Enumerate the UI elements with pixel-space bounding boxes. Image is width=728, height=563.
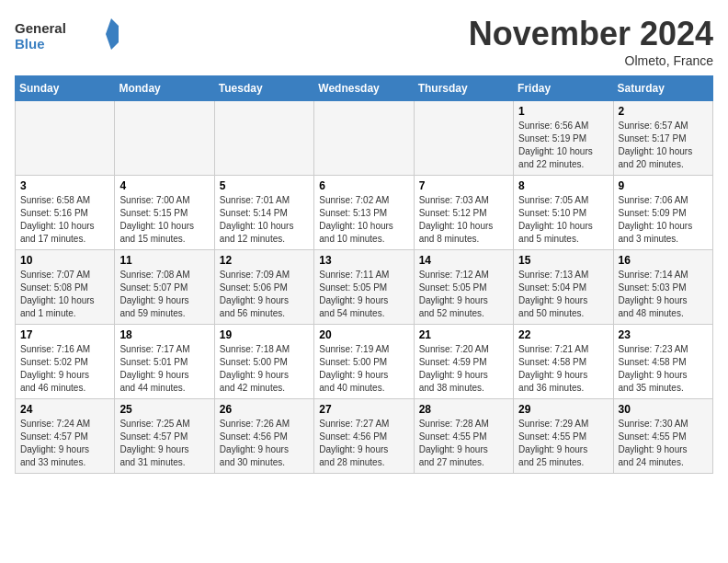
svg-text:General: General: [15, 20, 66, 36]
day-info: Sunrise: 7:28 AM Sunset: 4:55 PM Dayligh…: [419, 418, 508, 469]
day-info: Sunrise: 7:20 AM Sunset: 4:59 PM Dayligh…: [419, 343, 508, 395]
day-cell: 9Sunrise: 7:06 AM Sunset: 5:09 PM Daylig…: [613, 176, 712, 250]
day-info: Sunrise: 7:30 AM Sunset: 4:55 PM Dayligh…: [619, 418, 708, 469]
day-number: 15: [518, 254, 608, 267]
day-cell: 16Sunrise: 7:14 AM Sunset: 5:03 PM Dayli…: [613, 250, 712, 325]
day-number: 18: [119, 328, 209, 341]
day-cell: 28Sunrise: 7:28 AM Sunset: 4:55 PM Dayli…: [414, 399, 513, 474]
day-number: 16: [619, 254, 708, 267]
day-info: Sunrise: 7:16 AM Sunset: 5:02 PM Dayligh…: [20, 343, 109, 395]
day-info: Sunrise: 7:26 AM Sunset: 4:56 PM Dayligh…: [220, 418, 309, 469]
day-cell: 15Sunrise: 7:13 AM Sunset: 5:04 PM Dayli…: [514, 250, 613, 325]
location: Olmeto, France: [469, 53, 713, 68]
day-cell: 21Sunrise: 7:20 AM Sunset: 4:59 PM Dayli…: [414, 325, 513, 399]
day-cell: [16, 101, 115, 176]
header-row: SundayMondayTuesdayWednesdayThursdayFrid…: [16, 76, 713, 101]
day-cell: 14Sunrise: 7:12 AM Sunset: 5:05 PM Dayli…: [414, 250, 513, 325]
day-number: 13: [319, 254, 408, 267]
day-number: 19: [220, 328, 309, 341]
day-cell: 24Sunrise: 7:24 AM Sunset: 4:57 PM Dayli…: [16, 399, 115, 474]
day-cell: 27Sunrise: 7:27 AM Sunset: 4:56 PM Dayli…: [314, 399, 414, 474]
day-cell: 13Sunrise: 7:11 AM Sunset: 5:05 PM Dayli…: [314, 250, 414, 325]
day-cell: 25Sunrise: 7:25 AM Sunset: 4:57 PM Dayli…: [115, 399, 214, 474]
day-number: 3: [20, 179, 109, 192]
col-header-sunday: Sunday: [16, 76, 115, 101]
day-info: Sunrise: 7:24 AM Sunset: 4:57 PM Dayligh…: [20, 418, 109, 469]
day-cell: 4Sunrise: 7:00 AM Sunset: 5:15 PM Daylig…: [115, 176, 214, 250]
day-number: 5: [220, 179, 309, 192]
day-cell: 8Sunrise: 7:05 AM Sunset: 5:10 PM Daylig…: [514, 176, 613, 250]
day-cell: [214, 101, 313, 176]
week-row-4: 17Sunrise: 7:16 AM Sunset: 5:02 PM Dayli…: [16, 325, 713, 399]
logo: General Blue: [15, 15, 125, 55]
col-header-saturday: Saturday: [613, 76, 712, 101]
month-title: November 2024: [469, 15, 713, 53]
day-number: 23: [619, 328, 708, 341]
day-number: 12: [220, 254, 309, 267]
day-cell: [115, 101, 214, 176]
day-info: Sunrise: 7:05 AM Sunset: 5:10 PM Dayligh…: [518, 194, 608, 246]
week-row-2: 3Sunrise: 6:58 AM Sunset: 5:16 PM Daylig…: [16, 176, 713, 250]
day-cell: 18Sunrise: 7:17 AM Sunset: 5:01 PM Dayli…: [115, 325, 214, 399]
day-info: Sunrise: 7:17 AM Sunset: 5:01 PM Dayligh…: [119, 343, 209, 395]
day-cell: 6Sunrise: 7:02 AM Sunset: 5:13 PM Daylig…: [314, 176, 414, 250]
day-cell: 3Sunrise: 6:58 AM Sunset: 5:16 PM Daylig…: [16, 176, 115, 250]
day-info: Sunrise: 6:57 AM Sunset: 5:17 PM Dayligh…: [619, 120, 708, 171]
day-number: 17: [20, 328, 109, 341]
day-info: Sunrise: 6:56 AM Sunset: 5:19 PM Dayligh…: [518, 120, 608, 171]
day-number: 30: [619, 403, 708, 416]
week-row-5: 24Sunrise: 7:24 AM Sunset: 4:57 PM Dayli…: [16, 399, 713, 474]
day-info: Sunrise: 7:14 AM Sunset: 5:03 PM Dayligh…: [619, 269, 708, 320]
svg-text:Blue: Blue: [15, 36, 45, 52]
day-info: Sunrise: 7:01 AM Sunset: 5:14 PM Dayligh…: [220, 194, 309, 246]
day-cell: 22Sunrise: 7:21 AM Sunset: 4:58 PM Dayli…: [514, 325, 613, 399]
day-cell: 20Sunrise: 7:19 AM Sunset: 5:00 PM Dayli…: [314, 325, 414, 399]
day-info: Sunrise: 7:02 AM Sunset: 5:13 PM Dayligh…: [319, 194, 408, 246]
day-cell: 26Sunrise: 7:26 AM Sunset: 4:56 PM Dayli…: [214, 399, 313, 474]
day-cell: 5Sunrise: 7:01 AM Sunset: 5:14 PM Daylig…: [214, 176, 313, 250]
svg-marker-2: [106, 18, 123, 50]
logo-svg: General Blue: [15, 15, 125, 55]
page-header: General Blue November 2024 Olmeto, Franc…: [15, 15, 713, 68]
day-number: 29: [518, 403, 608, 416]
day-number: 7: [419, 179, 508, 192]
day-info: Sunrise: 7:00 AM Sunset: 5:15 PM Dayligh…: [119, 194, 209, 246]
day-cell: 2Sunrise: 6:57 AM Sunset: 5:17 PM Daylig…: [613, 101, 712, 176]
week-row-3: 10Sunrise: 7:07 AM Sunset: 5:08 PM Dayli…: [16, 250, 713, 325]
day-cell: 30Sunrise: 7:30 AM Sunset: 4:55 PM Dayli…: [613, 399, 712, 474]
day-number: 4: [119, 179, 209, 192]
day-info: Sunrise: 7:08 AM Sunset: 5:07 PM Dayligh…: [119, 269, 209, 320]
day-cell: 17Sunrise: 7:16 AM Sunset: 5:02 PM Dayli…: [16, 325, 115, 399]
day-info: Sunrise: 7:13 AM Sunset: 5:04 PM Dayligh…: [518, 269, 608, 320]
day-info: Sunrise: 7:06 AM Sunset: 5:09 PM Dayligh…: [619, 194, 708, 246]
day-info: Sunrise: 7:03 AM Sunset: 5:12 PM Dayligh…: [419, 194, 508, 246]
day-info: Sunrise: 7:09 AM Sunset: 5:06 PM Dayligh…: [220, 269, 309, 320]
day-number: 8: [518, 179, 608, 192]
day-info: Sunrise: 7:12 AM Sunset: 5:05 PM Dayligh…: [419, 269, 508, 320]
col-header-friday: Friday: [514, 76, 613, 101]
day-number: 27: [319, 403, 408, 416]
day-number: 6: [319, 179, 408, 192]
day-number: 22: [518, 328, 608, 341]
day-info: Sunrise: 6:58 AM Sunset: 5:16 PM Dayligh…: [20, 194, 109, 246]
day-cell: 1Sunrise: 6:56 AM Sunset: 5:19 PM Daylig…: [514, 101, 613, 176]
day-info: Sunrise: 7:23 AM Sunset: 4:58 PM Dayligh…: [619, 343, 708, 395]
col-header-tuesday: Tuesday: [214, 76, 313, 101]
week-row-1: 1Sunrise: 6:56 AM Sunset: 5:19 PM Daylig…: [16, 101, 713, 176]
day-info: Sunrise: 7:27 AM Sunset: 4:56 PM Dayligh…: [319, 418, 408, 469]
day-number: 10: [20, 254, 109, 267]
day-number: 1: [518, 105, 608, 118]
col-header-monday: Monday: [115, 76, 214, 101]
day-info: Sunrise: 7:25 AM Sunset: 4:57 PM Dayligh…: [119, 418, 209, 469]
day-number: 9: [619, 179, 708, 192]
day-cell: [414, 101, 513, 176]
col-header-thursday: Thursday: [414, 76, 513, 101]
day-cell: 23Sunrise: 7:23 AM Sunset: 4:58 PM Dayli…: [613, 325, 712, 399]
day-number: 26: [220, 403, 309, 416]
day-cell: 7Sunrise: 7:03 AM Sunset: 5:12 PM Daylig…: [414, 176, 513, 250]
day-number: 28: [419, 403, 508, 416]
day-cell: 11Sunrise: 7:08 AM Sunset: 5:07 PM Dayli…: [115, 250, 214, 325]
day-number: 11: [119, 254, 209, 267]
day-cell: 12Sunrise: 7:09 AM Sunset: 5:06 PM Dayli…: [214, 250, 313, 325]
day-number: 25: [119, 403, 209, 416]
